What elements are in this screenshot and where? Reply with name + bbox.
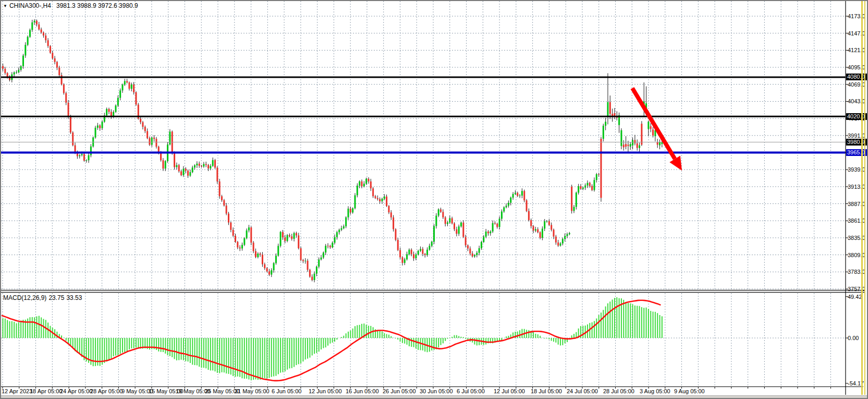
candle	[472, 253, 473, 257]
candle	[399, 250, 401, 258]
candle	[99, 126, 101, 128]
candle	[309, 270, 311, 276]
candle	[192, 167, 193, 172]
candle	[68, 103, 69, 116]
candle	[363, 184, 365, 186]
candle	[169, 131, 170, 144]
candle	[456, 229, 457, 234]
candle	[264, 264, 265, 268]
candle	[350, 209, 351, 212]
candle	[75, 146, 76, 153]
candle	[625, 144, 627, 147]
candle	[304, 261, 306, 261]
candle	[314, 274, 315, 280]
candle	[237, 242, 238, 248]
candle	[573, 207, 574, 211]
candle	[401, 257, 403, 263]
candle	[415, 255, 417, 258]
candle	[83, 154, 85, 161]
candle	[329, 246, 331, 248]
horizontal-level-lines[interactable]	[1, 77, 846, 153]
candle	[413, 254, 414, 258]
candle	[609, 102, 611, 114]
candle	[243, 238, 245, 245]
candle	[501, 211, 503, 219]
candle	[336, 232, 338, 237]
candle	[235, 236, 236, 242]
candle	[438, 209, 439, 215]
candle	[321, 258, 322, 260]
candle	[352, 208, 353, 212]
candle	[300, 248, 302, 260]
candle	[121, 84, 123, 90]
candle	[479, 248, 480, 253]
candle	[388, 206, 389, 212]
candle	[496, 224, 498, 227]
candle	[354, 195, 356, 208]
date-label: 18 Jul 05:00	[531, 388, 562, 394]
candle	[325, 246, 326, 252]
candle	[523, 191, 525, 200]
candle	[433, 226, 435, 242]
candle	[56, 62, 58, 68]
candle	[420, 249, 421, 251]
candle	[203, 164, 204, 166]
candlestick-series	[2, 19, 663, 283]
candle	[176, 165, 177, 167]
candle	[332, 243, 333, 247]
date-label: 12 Jun 05:00	[309, 388, 342, 394]
chevron-down-icon[interactable]: ▼	[3, 4, 7, 8]
candle	[584, 186, 586, 188]
candle	[216, 167, 218, 182]
candle	[298, 235, 299, 248]
candle	[560, 244, 561, 246]
candle	[381, 199, 383, 201]
candle	[262, 255, 263, 264]
chart-canvas[interactable]	[0, 0, 868, 399]
candle	[467, 245, 469, 248]
candle	[634, 140, 635, 143]
candle	[406, 255, 408, 260]
candle	[454, 223, 455, 229]
candle	[435, 215, 437, 226]
candle	[386, 197, 387, 206]
candle	[257, 253, 259, 257]
date-label: 6 Jul 05:00	[457, 388, 485, 394]
candle	[657, 142, 658, 144]
date-label: 16 Jun 05:00	[346, 388, 379, 394]
date-label: 9 Aug 05:00	[674, 388, 705, 394]
candle	[296, 233, 297, 236]
candle	[14, 72, 15, 75]
candle	[359, 182, 360, 186]
candle	[194, 165, 195, 167]
candle	[155, 139, 157, 147]
macd-tick-label: 49.42	[848, 294, 862, 300]
candle	[248, 227, 250, 231]
candle	[307, 261, 309, 270]
candle	[43, 32, 44, 35]
candle	[515, 193, 516, 194]
candle	[311, 276, 313, 280]
candle	[519, 196, 521, 196]
candle	[508, 203, 509, 206]
candle	[637, 143, 638, 148]
candle	[160, 153, 162, 160]
candle	[506, 205, 507, 207]
candle	[571, 187, 572, 211]
down-arrow-annotation[interactable]	[632, 88, 682, 171]
candle	[29, 30, 31, 37]
right-edge-strip-2	[864, 1, 865, 395]
candle	[411, 250, 412, 255]
candle	[151, 138, 153, 145]
candle	[627, 144, 629, 146]
candle	[530, 220, 532, 226]
candle	[540, 232, 541, 238]
candle	[492, 223, 494, 232]
candle	[593, 180, 595, 190]
date-label: 31 May 05:00	[235, 388, 270, 394]
date-label: 26 Jun 05:00	[383, 388, 416, 394]
candle	[603, 126, 604, 139]
candle	[580, 186, 581, 189]
ohlc-values: 3981.3 3988.9 3972.6 3980.9	[56, 2, 138, 9]
candle	[639, 146, 640, 148]
